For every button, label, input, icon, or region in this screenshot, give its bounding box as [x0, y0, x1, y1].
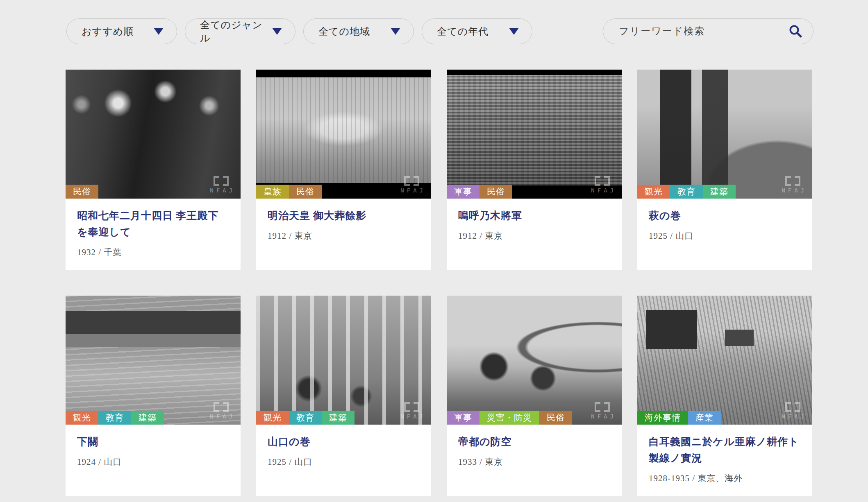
- nfaj-watermark: NFAJ: [591, 402, 614, 420]
- film-card[interactable]: NFAJ 民俗 昭和七年二月十四日 李王殿下を奉迎して 1932 / 千葉: [66, 70, 241, 270]
- genre-tag: 民俗: [539, 411, 572, 425]
- nfaj-logo-icon: [591, 402, 614, 412]
- film-thumbnail: NFAJ 民俗: [66, 70, 241, 199]
- film-meta: 1925 / 山口: [649, 230, 801, 242]
- nfaj-watermark-text: NFAJ: [591, 413, 616, 420]
- nfaj-watermark-text: NFAJ: [782, 413, 807, 420]
- sort-dropdown[interactable]: おすすめ順: [66, 18, 177, 44]
- genre-tags: 軍事民俗: [447, 185, 512, 199]
- film-card-body: 萩の巻 1925 / 山口: [637, 199, 812, 242]
- genre-tags: 観光教育建築: [256, 411, 354, 425]
- nfaj-watermark-text: NFAJ: [400, 413, 426, 420]
- chevron-down-icon: [272, 28, 282, 35]
- chevron-down-icon: [154, 28, 164, 35]
- nfaj-logo-icon: [782, 402, 804, 412]
- nfaj-watermark-text: NFAJ: [782, 187, 807, 194]
- genre-tag: 建築: [322, 411, 354, 425]
- film-title: 萩の巻: [649, 208, 801, 224]
- genre-tag: 軍事: [447, 185, 479, 199]
- film-meta: 1924 / 山口: [77, 456, 229, 468]
- region-dropdown[interactable]: 全ての地域: [303, 18, 414, 44]
- nfaj-logo-icon: [400, 402, 423, 412]
- region-dropdown-label: 全ての地域: [318, 25, 370, 38]
- film-card-body: 山口の巻 1925 / 山口: [256, 425, 431, 468]
- film-meta: 1912 / 東京: [458, 230, 610, 242]
- genre-tag: 建築: [131, 411, 164, 425]
- genre-tag: 民俗: [66, 185, 98, 199]
- genre-tag: 軍事: [447, 411, 479, 425]
- search-input[interactable]: [618, 25, 788, 37]
- era-dropdown[interactable]: 全ての年代: [422, 18, 532, 44]
- film-card[interactable]: NFAJ 観光教育建築 山口の巻 1925 / 山口: [256, 296, 431, 496]
- film-card[interactable]: NFAJ 軍事災害・防災民俗 帝都の防空 1933 / 東京: [447, 296, 622, 496]
- genre-tag: 観光: [637, 185, 670, 199]
- film-thumbnail: NFAJ 観光教育建築: [66, 296, 241, 425]
- film-thumbnail: NFAJ 軍事民俗: [447, 70, 622, 199]
- film-meta: 1928-1935 / 東京、海外: [649, 473, 801, 484]
- film-meta: 1925 / 山口: [268, 456, 420, 468]
- nfaj-logo-icon: [591, 176, 614, 186]
- genre-tag: 民俗: [479, 185, 512, 199]
- genre-tag: 観光: [256, 411, 289, 425]
- genre-tags: 民俗: [66, 185, 98, 199]
- film-meta: 1932 / 千葉: [77, 246, 229, 258]
- film-thumbnail: NFAJ 皇族民俗: [256, 70, 431, 199]
- genre-dropdown[interactable]: 全てのジャンル: [185, 18, 295, 44]
- film-title: 嗚呼乃木將軍: [458, 208, 610, 224]
- film-thumbnail: NFAJ 観光教育建築: [637, 70, 812, 199]
- nfaj-watermark: NFAJ: [782, 176, 804, 194]
- film-title: 明治天皇 御大葬餘影: [268, 208, 420, 224]
- chevron-down-icon: [509, 28, 519, 35]
- film-thumbnail: NFAJ 軍事災害・防災民俗: [447, 296, 622, 425]
- nfaj-watermark: NFAJ: [400, 176, 423, 194]
- nfaj-watermark-text: NFAJ: [591, 187, 616, 194]
- genre-tags: 皇族民俗: [256, 185, 322, 199]
- film-title: 帝都の防空: [458, 434, 610, 450]
- genre-tags: 軍事災害・防災民俗: [447, 411, 572, 425]
- film-card-body: 下關 1924 / 山口: [66, 425, 241, 468]
- genre-tag: 産業: [688, 411, 721, 425]
- genre-tag: 海外事情: [637, 411, 688, 425]
- nfaj-logo-icon: [782, 176, 804, 186]
- film-card[interactable]: NFAJ 観光教育建築 下關 1924 / 山口: [66, 296, 241, 496]
- search-icon[interactable]: [788, 24, 803, 39]
- genre-tag: 災害・防災: [479, 411, 539, 425]
- film-meta: 1933 / 東京: [458, 456, 610, 468]
- era-dropdown-label: 全ての年代: [437, 25, 489, 38]
- search-box: [603, 18, 813, 44]
- genre-tag: 皇族: [256, 185, 289, 199]
- genre-tag: 教育: [670, 185, 703, 199]
- genre-dropdown-label: 全てのジャンル: [200, 18, 267, 45]
- genre-tag: 民俗: [289, 185, 322, 199]
- film-thumbnail: NFAJ 海外事情産業: [637, 296, 812, 425]
- film-card[interactable]: NFAJ 皇族民俗 明治天皇 御大葬餘影 1912 / 東京: [256, 70, 431, 270]
- film-card-body: 昭和七年二月十四日 李王殿下を奉迎して 1932 / 千葉: [66, 199, 241, 258]
- nfaj-watermark: NFAJ: [400, 402, 423, 420]
- chevron-down-icon: [391, 28, 400, 35]
- genre-tags: 観光教育建築: [637, 185, 736, 199]
- film-card-body: 帝都の防空 1933 / 東京: [447, 425, 622, 468]
- genre-tag: 建築: [703, 185, 736, 199]
- nfaj-watermark: NFAJ: [210, 402, 232, 420]
- film-title: 下關: [77, 434, 229, 450]
- genre-tags: 海外事情産業: [637, 411, 721, 425]
- sort-dropdown-label: おすすめ順: [82, 25, 134, 38]
- nfaj-watermark: NFAJ: [591, 176, 614, 194]
- genre-tag: 教育: [98, 411, 131, 425]
- genre-tag: 教育: [289, 411, 322, 425]
- film-card-body: 白耳義國ニ於ケル亜麻ノ耕作ト製線ノ實況 1928-1935 / 東京、海外: [637, 425, 812, 484]
- film-meta: 1912 / 東京: [268, 230, 420, 242]
- nfaj-watermark: NFAJ: [210, 176, 232, 194]
- film-card[interactable]: NFAJ 軍事民俗 嗚呼乃木將軍 1912 / 東京: [447, 70, 622, 270]
- nfaj-watermark-text: NFAJ: [400, 187, 426, 194]
- film-card-body: 明治天皇 御大葬餘影 1912 / 東京: [256, 199, 431, 242]
- film-title: 昭和七年二月十四日 李王殿下を奉迎して: [77, 208, 229, 240]
- film-card-body: 嗚呼乃木將軍 1912 / 東京: [447, 199, 622, 242]
- filter-bar: おすすめ順 全てのジャンル 全ての地域 全ての年代: [66, 18, 813, 44]
- film-card[interactable]: NFAJ 海外事情産業 白耳義國ニ於ケル亜麻ノ耕作ト製線ノ實況 1928-193…: [637, 296, 812, 496]
- film-card[interactable]: NFAJ 観光教育建築 萩の巻 1925 / 山口: [637, 70, 812, 270]
- nfaj-logo-icon: [210, 402, 232, 412]
- nfaj-logo-icon: [210, 176, 232, 186]
- film-title: 白耳義國ニ於ケル亜麻ノ耕作ト製線ノ實況: [649, 434, 801, 466]
- film-grid: NFAJ 民俗 昭和七年二月十四日 李王殿下を奉迎して 1932 / 千葉 NF…: [66, 70, 812, 496]
